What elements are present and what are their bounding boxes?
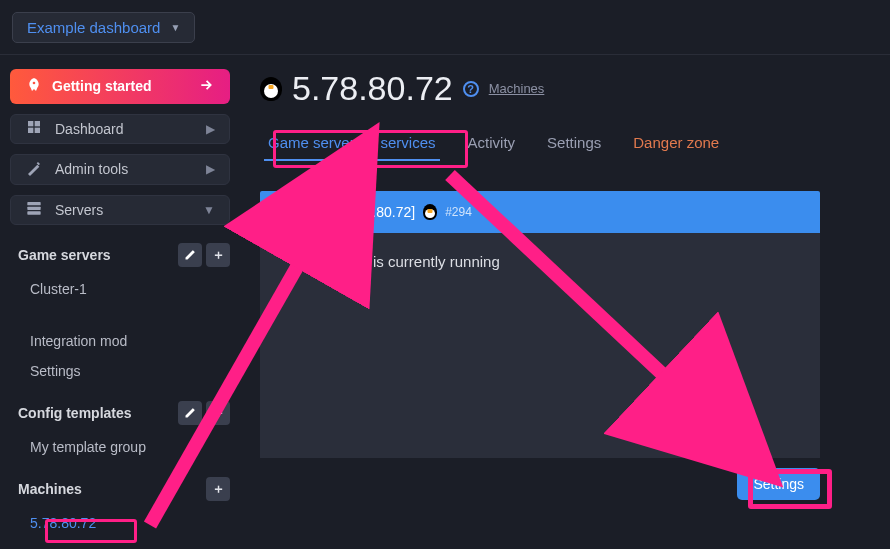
nav-servers[interactable]: Servers ▼ — [10, 195, 230, 225]
servers-tree: Game servers ＋ Cluster-1 Integration mod… — [10, 235, 230, 535]
arrow-right-icon — [198, 78, 214, 95]
breadcrumb-machines[interactable]: Machines — [489, 81, 545, 96]
svg-rect-4 — [27, 202, 40, 205]
tree-integration-mod[interactable]: Integration mod — [18, 329, 230, 353]
svg-rect-0 — [28, 121, 33, 126]
nav-dashboard-label: Dashboard — [55, 121, 124, 137]
sidebar: Getting started Dashboard ▶ Admin tools … — [0, 55, 240, 549]
linux-icon — [260, 77, 282, 101]
dashboard-selector-label: Example dashboard — [27, 19, 160, 36]
getting-started-button[interactable]: Getting started — [10, 69, 230, 104]
tree-machines[interactable]: Machines ＋ — [18, 473, 230, 505]
help-icon[interactable]: ? — [463, 81, 479, 97]
svg-rect-2 — [28, 128, 33, 133]
edit-icon[interactable] — [178, 401, 202, 425]
tree-machines-label: Machines — [18, 481, 82, 497]
svg-rect-5 — [27, 207, 40, 210]
svg-rect-3 — [35, 128, 40, 133]
title-row: 5.78.80.72 ? Machines — [260, 69, 882, 108]
rocket-icon — [26, 77, 42, 96]
service-name-prefix: My — [276, 204, 295, 220]
plus-icon[interactable]: ＋ — [206, 401, 230, 425]
layout: Getting started Dashboard ▶ Admin tools … — [0, 55, 890, 549]
wand-icon — [25, 160, 43, 179]
chevron-right-icon: ▶ — [206, 162, 215, 176]
tabs: Game servers & services Activity Setting… — [260, 126, 882, 161]
main: 5.78.80.72 ? Machines Game servers & ser… — [240, 55, 890, 549]
nav-servers-label: Servers — [55, 202, 103, 218]
tree-game-servers-label: Game servers — [18, 247, 111, 263]
tab-game-servers-services[interactable]: Game servers & services — [264, 126, 440, 161]
tab-activity[interactable]: Activity — [464, 126, 520, 161]
tree-settings[interactable]: Settings — [18, 359, 230, 383]
tab-settings[interactable]: Settings — [543, 126, 605, 161]
tree-my-template-group[interactable]: My template group — [18, 435, 230, 459]
dashboard-selector[interactable]: Example dashboard ▼ — [12, 12, 195, 43]
service-panel: My - [5.78.80.72] #294 his service is cu… — [260, 191, 820, 500]
nav-admin-tools[interactable]: Admin tools ▶ — [10, 154, 230, 184]
tree-config-templates[interactable]: Config templates ＋ — [18, 397, 230, 429]
tab-danger-zone[interactable]: Danger zone — [629, 126, 723, 161]
page-title: 5.78.80.72 — [292, 69, 453, 108]
topbar: Example dashboard ▼ — [0, 0, 890, 55]
nav-admin-tools-label: Admin tools — [55, 161, 128, 177]
service-name-bracket: - [5.78.80.72] — [333, 204, 416, 220]
grid-icon — [25, 119, 43, 138]
svg-rect-1 — [35, 121, 40, 126]
nav-dashboard[interactable]: Dashboard ▶ — [10, 114, 230, 144]
chevron-down-icon: ▼ — [203, 203, 215, 217]
service-panel-head[interactable]: My - [5.78.80.72] #294 — [260, 191, 820, 233]
tree-game-servers[interactable]: Game servers ＋ — [18, 239, 230, 271]
tree-machine-active-label: 5.78.80.72 — [30, 515, 96, 531]
svg-rect-6 — [27, 212, 40, 215]
linux-icon — [423, 204, 437, 220]
tree-cluster-1[interactable]: Cluster-1 — [18, 277, 230, 301]
server-icon — [25, 200, 43, 219]
plus-icon[interactable]: ＋ — [206, 477, 230, 501]
getting-started-label: Getting started — [52, 78, 152, 94]
service-panel-footer: Settings — [260, 458, 820, 500]
service-id: #294 — [445, 205, 472, 219]
service-status-text: his service is currently running — [286, 253, 794, 270]
settings-button[interactable]: Settings — [737, 468, 820, 500]
tree-config-templates-label: Config templates — [18, 405, 132, 421]
tree-machine-active[interactable]: 5.78.80.72 — [18, 511, 230, 535]
plus-icon[interactable]: ＋ — [206, 243, 230, 267]
edit-icon[interactable] — [178, 243, 202, 267]
service-panel-body: his service is currently running — [260, 233, 820, 458]
chevron-right-icon: ▶ — [206, 122, 215, 136]
caret-down-icon: ▼ — [170, 22, 180, 33]
